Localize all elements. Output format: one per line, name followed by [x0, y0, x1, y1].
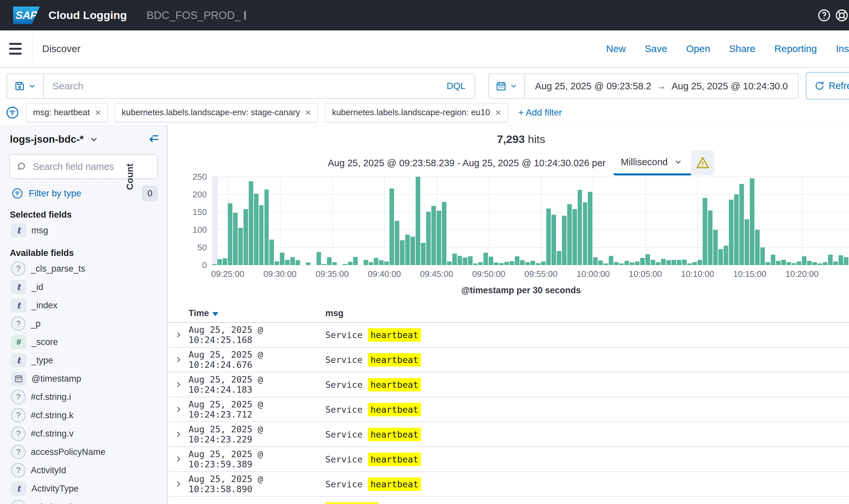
field-item-api_domain[interactable]: ?api_domain	[0, 498, 167, 504]
interval-select[interactable]: Millisecond	[613, 150, 691, 176]
x-tick-label: 10:00:00	[577, 269, 610, 279]
msg-column-header: msg	[325, 308, 344, 318]
histogram-bar	[708, 211, 712, 265]
help-icon[interactable]	[817, 8, 831, 22]
date-to[interactable]: Aug 25, 2025 @ 10:24:30.0	[672, 81, 788, 92]
filter-pill[interactable]: kubernetes.labels.landscape-env: stage-c…	[115, 103, 318, 122]
menu-hamburger-icon[interactable]	[4, 37, 28, 60]
histogram-bar	[823, 262, 827, 265]
histogram-bar	[437, 211, 441, 265]
documents-table: Time msg Aug 25, 2025 @ 10:24:25.168Serv…	[168, 304, 849, 504]
histogram-bar	[781, 260, 786, 265]
histogram-bar	[233, 213, 238, 265]
field-item-_id[interactable]: t_id	[0, 278, 167, 296]
arrow-right-icon: →	[656, 80, 666, 92]
refresh-button[interactable]: Refre	[806, 72, 849, 100]
field-item-_score[interactable]: #_score	[0, 333, 167, 351]
index-pattern-selector[interactable]: logs-json-bdc-*	[10, 133, 99, 145]
refresh-icon	[814, 80, 825, 91]
remove-filter-icon[interactable]: ×	[95, 107, 101, 118]
nav-action-share[interactable]: Share	[729, 43, 755, 54]
histogram-bar	[322, 264, 326, 265]
histogram-bar	[567, 204, 572, 265]
field-item-#cf.string.i[interactable]: ?#cf.string.i	[0, 388, 167, 406]
histogram-bar	[640, 258, 645, 265]
expand-row-icon[interactable]	[175, 480, 182, 488]
saved-query-button[interactable]	[7, 74, 44, 98]
filter-pill-label: msg: heartbeat	[33, 107, 90, 118]
nav-action-reporting[interactable]: Reporting	[774, 43, 817, 54]
histogram-bar	[541, 262, 546, 265]
nav-action-new[interactable]: New	[606, 43, 626, 54]
field-item-_type[interactable]: t_type	[0, 351, 167, 370]
field-name: accessPolicyName	[31, 447, 105, 457]
histogram-bar	[609, 256, 613, 265]
expand-row-icon[interactable]	[175, 430, 182, 438]
field-item-_index[interactable]: t_index	[0, 296, 167, 314]
expand-row-icon[interactable]	[175, 356, 182, 364]
hits-total: 7,293 hits	[193, 133, 849, 146]
histogram-bar	[411, 237, 415, 265]
histogram-bar	[243, 209, 248, 265]
field-item-accessPolicyName[interactable]: ?accessPolicyName	[0, 443, 167, 461]
histogram-bar	[734, 194, 739, 265]
histogram-bar	[353, 257, 358, 265]
remove-filter-icon[interactable]: ×	[495, 107, 501, 118]
histogram-plot[interactable]	[212, 177, 849, 265]
field-name: _p	[31, 319, 41, 329]
support-lifebuoy-icon[interactable]	[835, 8, 849, 22]
histogram-bar	[703, 198, 707, 265]
field-item-@timestamp[interactable]: @timestamp	[0, 370, 167, 388]
nav-action-ins[interactable]: Ins	[836, 43, 849, 54]
date-range-picker[interactable]: Aug 25, 2025 @ 09:23:58.2 → Aug 25, 2025…	[488, 73, 799, 99]
gridline	[280, 177, 281, 265]
x-axis-label: @timestamp per 30 seconds	[193, 285, 849, 295]
expand-row-icon[interactable]	[175, 381, 182, 389]
field-item-#cf.string.v[interactable]: ?#cf.string.v	[0, 425, 167, 443]
row-message: Service heartbeat	[325, 429, 849, 439]
filter-pill[interactable]: msg: heartbeat×	[26, 103, 108, 122]
add-filter-button[interactable]: + Add filter	[519, 107, 562, 118]
expand-row-icon[interactable]	[175, 455, 182, 463]
field-item-_cls_parse_ts[interactable]: ?_cls_parse_ts	[0, 259, 167, 278]
expand-row-icon[interactable]	[175, 406, 182, 413]
field-item-msg[interactable]: tmsg	[0, 221, 167, 239]
search-icon	[16, 161, 28, 172]
table-row: Aug 25, 2025 @ 10:23:58.890Service heart…	[168, 472, 849, 497]
filter-icon[interactable]	[5, 105, 20, 120]
histogram-bar	[536, 263, 540, 265]
histogram-bar	[807, 261, 812, 265]
chevron-down-icon	[89, 134, 99, 144]
msg-prefix: Service	[325, 380, 368, 390]
field-item-ActivityId[interactable]: ?ActivityId	[0, 461, 167, 480]
histogram-bar	[374, 258, 378, 265]
y-tick-label: 150	[179, 207, 207, 217]
row-timestamp: Aug 25, 2025 @ 10:24:24.676	[188, 349, 325, 370]
field-item-_p[interactable]: ?_p	[0, 314, 167, 333]
field-item-#cf.string.k[interactable]: ?#cf.string.k	[0, 406, 167, 425]
field-item-ActivityType[interactable]: tActivityType	[0, 480, 167, 498]
histogram-bar	[400, 240, 404, 265]
histogram-bar	[625, 261, 629, 265]
query-language-toggle[interactable]: DQL	[447, 81, 465, 91]
expand-row-icon[interactable]	[175, 331, 182, 339]
search-input[interactable]: Search	[52, 80, 447, 92]
remove-filter-icon[interactable]: ×	[305, 107, 311, 118]
nav-action-open[interactable]: Open	[686, 43, 710, 54]
histogram-bar	[619, 264, 624, 265]
calendar-dropdown-button[interactable]	[489, 74, 525, 98]
histogram-bar	[499, 263, 504, 265]
gridline	[212, 176, 849, 177]
row-message: Service heartbeat	[325, 380, 849, 390]
histogram-bar	[395, 221, 399, 265]
time-column-header[interactable]: Time	[188, 308, 218, 319]
collapse-sidebar-icon[interactable]	[148, 133, 160, 146]
date-from[interactable]: Aug 25, 2025 @ 09:23:58.2	[535, 81, 651, 92]
filter-pill[interactable]: kubernetes.labels.landscape-region: eu10…	[325, 103, 508, 122]
query-bar[interactable]: Search DQL	[6, 73, 475, 99]
chevron-down-icon	[673, 158, 683, 166]
nav-action-save[interactable]: Save	[645, 43, 667, 54]
histogram-bar	[222, 258, 227, 265]
histogram-bar	[468, 256, 473, 265]
histogram-bar	[630, 263, 634, 265]
